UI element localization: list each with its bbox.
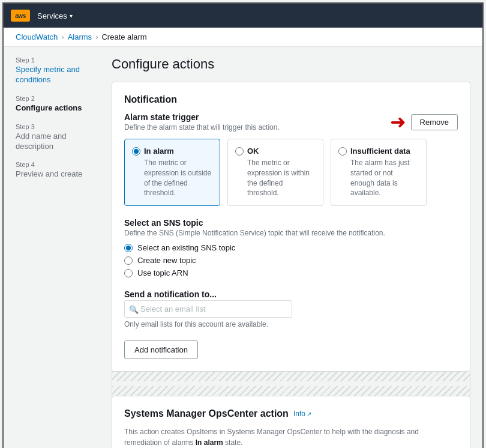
content-area: Configure actions Notification Alarm sta… (112, 56, 470, 448)
page-title: Configure actions (112, 56, 470, 72)
in-alarm-desc: The metric or expression is outside of t… (132, 158, 212, 198)
chevron-down-icon: ▾ (70, 13, 73, 19)
step-2-label: Step 2 (16, 95, 102, 102)
sns-radio-group: Select an existing SNS topic Create new … (124, 243, 458, 277)
sns-option-existing[interactable]: Select an existing SNS topic (124, 243, 458, 252)
zigzag-divider-bottom (112, 386, 470, 396)
top-nav: aws Services ▾ (4, 4, 482, 28)
sidebar-step-1: Step 1 Specify metric and conditions (16, 56, 102, 85)
zigzag-divider-top (112, 372, 470, 381)
remove-arrow-icon: ➜ (390, 112, 406, 132)
sns-new-label: Create new topic (137, 256, 196, 265)
sidebar-step-3: Step 3 Add name and description (16, 123, 102, 152)
search-icon: 🔍 (129, 304, 139, 313)
sidebar-step-4: Step 4 Preview and create (16, 161, 102, 180)
services-button[interactable]: Services ▾ (37, 11, 73, 20)
sidebar-item-add-name[interactable]: Add name and description (16, 132, 102, 152)
email-search-input[interactable] (124, 300, 292, 318)
email-search-wrapper: 🔍 (124, 300, 292, 318)
in-alarm-radio[interactable] (132, 147, 140, 156)
insufficient-data-title: Insufficient data (350, 147, 410, 156)
ops-desc: This action creates OpsItems in Systems … (124, 426, 458, 448)
trigger-option-in-alarm[interactable]: In alarm The metric or expression is out… (124, 139, 220, 206)
breadcrumb-cloudwatch[interactable]: CloudWatch (16, 32, 58, 41)
trigger-header: Alarm state trigger Define the alarm sta… (124, 112, 458, 132)
ok-title: OK (247, 147, 259, 156)
step-1-label: Step 1 (16, 56, 102, 64)
send-notification-section: Send a notification to... 🔍 Only email l… (124, 289, 458, 328)
sns-section: Select an SNS topic Define the SNS (Simp… (124, 218, 458, 277)
aws-logo: aws (11, 10, 30, 22)
sns-new-radio[interactable] (124, 256, 133, 265)
in-alarm-title: In alarm (144, 147, 174, 156)
insufficient-data-desc: The alarm has just started or not enough… (338, 158, 419, 198)
step-4-label: Step 4 (16, 161, 102, 168)
send-notification-label: Send a notification to... (124, 289, 458, 299)
sidebar-item-specify-metric[interactable]: Specify metric and conditions (16, 65, 102, 85)
breadcrumb-sep-1: › (61, 32, 64, 41)
trigger-radio-options: In alarm The metric or expression is out… (124, 139, 458, 206)
trigger-option-ok[interactable]: OK The metric or expression is within th… (227, 139, 323, 206)
breadcrumb: CloudWatch › Alarms › Create alarm (4, 28, 482, 47)
ops-title: Systems Manager OpsCenter action (124, 408, 289, 419)
sns-label: Select an SNS topic (124, 218, 458, 228)
breadcrumb-sep-2: › (95, 32, 98, 41)
remove-button[interactable]: Remove (411, 114, 458, 130)
sns-arn-radio[interactable] (124, 269, 133, 277)
sidebar-step-2: Step 2 Configure actions (16, 95, 102, 114)
trigger-option-insufficient-data[interactable]: Insufficient data The alarm has just sta… (331, 139, 427, 206)
add-notification-button[interactable]: Add notification (124, 341, 198, 359)
aws-logo-box: aws (11, 10, 30, 22)
external-link-icon: ↗ (307, 411, 311, 417)
main-layout: Step 1 Specify metric and conditions Ste… (4, 47, 482, 448)
ops-info-link[interactable]: Info ↗ (293, 410, 311, 418)
sns-existing-label: Select an existing SNS topic (137, 243, 235, 252)
sns-option-arn[interactable]: Use topic ARN (124, 268, 458, 277)
breadcrumb-alarms[interactable]: Alarms (68, 32, 92, 41)
ops-center-card: Systems Manager OpsCenter action Info ↗ … (112, 396, 470, 448)
insufficient-data-radio[interactable] (338, 147, 347, 156)
sidebar-item-preview-create[interactable]: Preview and create (16, 169, 102, 180)
sns-desc: Define the SNS (Simple Notification Serv… (124, 229, 458, 237)
trigger-field-desc: Define the alarm state that will trigger… (124, 123, 280, 132)
breadcrumb-current: Create alarm (101, 32, 146, 41)
alarm-trigger-section: Alarm state trigger Define the alarm sta… (124, 112, 458, 206)
ok-radio[interactable] (235, 147, 244, 156)
sns-option-new[interactable]: Create new topic (124, 256, 458, 265)
ok-desc: The metric or expression is within the d… (235, 158, 316, 198)
sns-existing-radio[interactable] (124, 244, 133, 252)
trigger-field-label: Alarm state trigger (124, 112, 280, 122)
notification-card: Notification Alarm state trigger Define … (112, 82, 470, 372)
notification-section-title: Notification (124, 94, 458, 105)
ops-title-row: Systems Manager OpsCenter action Info ↗ (124, 408, 458, 419)
sidebar-item-configure-actions[interactable]: Configure actions (16, 103, 102, 114)
step-3-label: Step 3 (16, 123, 102, 130)
sns-arn-label: Use topic ARN (137, 268, 188, 277)
sidebar: Step 1 Specify metric and conditions Ste… (16, 56, 112, 448)
email-search-hint: Only email lists for this account are av… (124, 320, 458, 328)
